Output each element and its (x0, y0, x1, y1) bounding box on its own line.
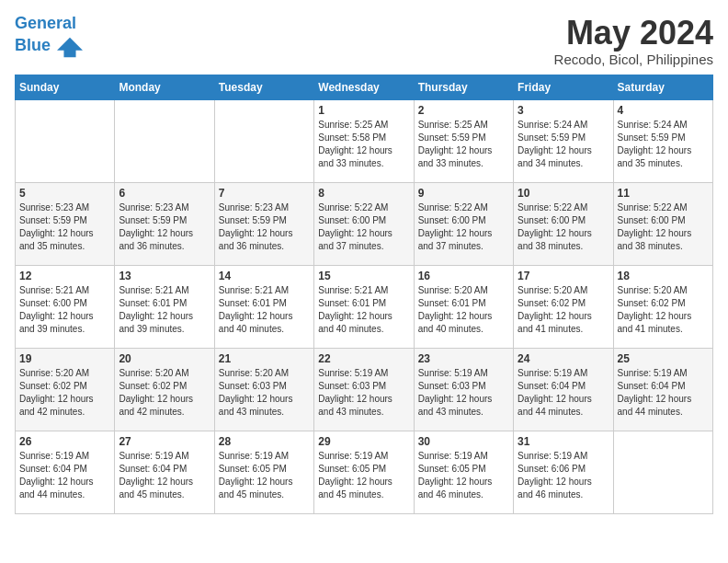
calendar-cell: 28Sunrise: 5:19 AM Sunset: 6:05 PM Dayli… (214, 431, 313, 513)
day-number: 24 (518, 352, 609, 365)
calendar-cell: 2Sunrise: 5:25 AM Sunset: 5:59 PM Daylig… (414, 99, 513, 182)
day-number: 11 (618, 187, 709, 200)
day-number: 18 (618, 270, 709, 282)
day-number: 19 (19, 352, 110, 365)
logo: General Blue (15, 15, 83, 59)
calendar-cell: 12Sunrise: 5:21 AM Sunset: 6:00 PM Dayli… (16, 265, 115, 348)
day-number: 15 (318, 270, 409, 282)
day-number: 31 (518, 435, 609, 448)
day-number: 23 (418, 352, 509, 365)
day-number: 7 (219, 187, 310, 200)
calendar-cell: 26Sunrise: 5:19 AM Sunset: 6:04 PM Dayli… (16, 431, 115, 513)
calendar-cell: 4Sunrise: 5:24 AM Sunset: 5:59 PM Daylig… (613, 99, 712, 182)
cell-content: Sunrise: 5:19 AM Sunset: 6:04 PM Dayligh… (518, 367, 609, 419)
svg-marker-0 (57, 37, 83, 56)
cell-content: Sunrise: 5:21 AM Sunset: 6:01 PM Dayligh… (318, 284, 409, 336)
calendar-cell (115, 99, 214, 182)
day-number: 9 (418, 187, 509, 200)
calendar-cell: 20Sunrise: 5:20 AM Sunset: 6:02 PM Dayli… (115, 348, 214, 431)
cell-content: Sunrise: 5:20 AM Sunset: 6:02 PM Dayligh… (119, 367, 210, 419)
calendar-cell: 25Sunrise: 5:19 AM Sunset: 6:04 PM Dayli… (613, 348, 712, 431)
page-header: General Blue May 2024 Recodo, Bicol, Phi… (15, 15, 713, 67)
cell-content: Sunrise: 5:19 AM Sunset: 6:04 PM Dayligh… (618, 367, 709, 419)
calendar-cell: 19Sunrise: 5:20 AM Sunset: 6:02 PM Dayli… (16, 348, 115, 431)
calendar-cell: 14Sunrise: 5:21 AM Sunset: 6:01 PM Dayli… (214, 265, 313, 348)
cell-content: Sunrise: 5:25 AM Sunset: 5:58 PM Dayligh… (318, 119, 409, 170)
calendar-cell: 1Sunrise: 5:25 AM Sunset: 5:58 PM Daylig… (314, 99, 414, 182)
calendar-cell (613, 431, 712, 513)
logo-text2: Blue (15, 33, 83, 59)
day-number: 1 (318, 104, 409, 117)
calendar-cell: 24Sunrise: 5:19 AM Sunset: 6:04 PM Dayli… (514, 348, 613, 431)
cell-content: Sunrise: 5:19 AM Sunset: 6:03 PM Dayligh… (418, 367, 509, 419)
cell-content: Sunrise: 5:20 AM Sunset: 6:02 PM Dayligh… (19, 367, 110, 419)
calendar-cell: 17Sunrise: 5:20 AM Sunset: 6:02 PM Dayli… (514, 265, 613, 348)
day-header-friday: Friday (514, 75, 613, 99)
calendar-header-row: SundayMondayTuesdayWednesdayThursdayFrid… (16, 75, 713, 99)
day-number: 27 (119, 435, 210, 448)
day-number: 5 (19, 187, 110, 200)
cell-content: Sunrise: 5:21 AM Sunset: 6:01 PM Dayligh… (219, 284, 310, 336)
calendar-week-row: 5Sunrise: 5:23 AM Sunset: 5:59 PM Daylig… (16, 182, 713, 265)
cell-content: Sunrise: 5:22 AM Sunset: 6:00 PM Dayligh… (518, 201, 609, 253)
calendar-cell: 16Sunrise: 5:20 AM Sunset: 6:01 PM Dayli… (414, 265, 513, 348)
calendar-week-row: 19Sunrise: 5:20 AM Sunset: 6:02 PM Dayli… (16, 348, 713, 431)
cell-content: Sunrise: 5:21 AM Sunset: 6:00 PM Dayligh… (19, 284, 110, 336)
day-number: 20 (119, 352, 210, 365)
day-header-sunday: Sunday (16, 75, 115, 99)
cell-content: Sunrise: 5:19 AM Sunset: 6:04 PM Dayligh… (119, 450, 210, 501)
day-header-monday: Monday (115, 75, 214, 99)
calendar-cell: 10Sunrise: 5:22 AM Sunset: 6:00 PM Dayli… (514, 182, 613, 265)
calendar-week-row: 1Sunrise: 5:25 AM Sunset: 5:58 PM Daylig… (16, 99, 713, 182)
calendar-cell: 3Sunrise: 5:24 AM Sunset: 5:59 PM Daylig… (514, 99, 613, 182)
day-number: 21 (219, 352, 310, 365)
cell-content: Sunrise: 5:19 AM Sunset: 6:05 PM Dayligh… (219, 450, 310, 501)
cell-content: Sunrise: 5:20 AM Sunset: 6:03 PM Dayligh… (219, 367, 310, 419)
calendar-cell: 30Sunrise: 5:19 AM Sunset: 6:05 PM Dayli… (414, 431, 513, 513)
day-number: 3 (518, 104, 609, 117)
calendar-body: 1Sunrise: 5:25 AM Sunset: 5:58 PM Daylig… (16, 99, 713, 513)
cell-content: Sunrise: 5:19 AM Sunset: 6:06 PM Dayligh… (518, 450, 609, 501)
cell-content: Sunrise: 5:19 AM Sunset: 6:05 PM Dayligh… (418, 450, 509, 501)
cell-content: Sunrise: 5:19 AM Sunset: 6:05 PM Dayligh… (318, 450, 409, 501)
day-number: 29 (318, 435, 409, 448)
calendar-cell: 22Sunrise: 5:19 AM Sunset: 6:03 PM Dayli… (314, 348, 414, 431)
calendar-cell: 21Sunrise: 5:20 AM Sunset: 6:03 PM Dayli… (214, 348, 313, 431)
calendar-cell: 15Sunrise: 5:21 AM Sunset: 6:01 PM Dayli… (314, 265, 414, 348)
cell-content: Sunrise: 5:19 AM Sunset: 6:03 PM Dayligh… (318, 367, 409, 419)
day-header-tuesday: Tuesday (214, 75, 313, 99)
day-number: 25 (618, 352, 709, 365)
cell-content: Sunrise: 5:24 AM Sunset: 5:59 PM Dayligh… (518, 119, 609, 170)
calendar-cell: 6Sunrise: 5:23 AM Sunset: 5:59 PM Daylig… (115, 182, 214, 265)
day-number: 4 (618, 104, 709, 117)
day-header-saturday: Saturday (613, 75, 712, 99)
calendar-cell: 13Sunrise: 5:21 AM Sunset: 6:01 PM Dayli… (115, 265, 214, 348)
cell-content: Sunrise: 5:22 AM Sunset: 6:00 PM Dayligh… (618, 201, 709, 253)
cell-content: Sunrise: 5:25 AM Sunset: 5:59 PM Dayligh… (418, 119, 509, 170)
calendar-cell: 18Sunrise: 5:20 AM Sunset: 6:02 PM Dayli… (613, 265, 712, 348)
cell-content: Sunrise: 5:22 AM Sunset: 6:00 PM Dayligh… (418, 201, 509, 253)
day-number: 30 (418, 435, 509, 448)
calendar-week-row: 26Sunrise: 5:19 AM Sunset: 6:04 PM Dayli… (16, 431, 713, 513)
cell-content: Sunrise: 5:20 AM Sunset: 6:02 PM Dayligh… (618, 284, 709, 336)
cell-content: Sunrise: 5:24 AM Sunset: 5:59 PM Dayligh… (618, 119, 709, 170)
calendar-cell: 7Sunrise: 5:23 AM Sunset: 5:59 PM Daylig… (214, 182, 313, 265)
logo-text: General (15, 15, 83, 33)
calendar-cell: 11Sunrise: 5:22 AM Sunset: 6:00 PM Dayli… (613, 182, 712, 265)
cell-content: Sunrise: 5:21 AM Sunset: 6:01 PM Dayligh… (119, 284, 210, 336)
day-number: 2 (418, 104, 509, 117)
cell-content: Sunrise: 5:23 AM Sunset: 5:59 PM Dayligh… (219, 201, 310, 253)
day-number: 10 (518, 187, 609, 200)
calendar-cell: 27Sunrise: 5:19 AM Sunset: 6:04 PM Dayli… (115, 431, 214, 513)
calendar-cell: 23Sunrise: 5:19 AM Sunset: 6:03 PM Dayli… (414, 348, 513, 431)
day-number: 6 (119, 187, 210, 200)
calendar-cell: 29Sunrise: 5:19 AM Sunset: 6:05 PM Dayli… (314, 431, 414, 513)
day-number: 13 (119, 270, 210, 282)
calendar-cell: 5Sunrise: 5:23 AM Sunset: 5:59 PM Daylig… (16, 182, 115, 265)
day-number: 28 (219, 435, 310, 448)
location-subtitle: Recodo, Bicol, Philippines (554, 52, 713, 67)
calendar-cell: 8Sunrise: 5:22 AM Sunset: 6:00 PM Daylig… (314, 182, 414, 265)
day-number: 12 (19, 270, 110, 282)
calendar-cell: 9Sunrise: 5:22 AM Sunset: 6:00 PM Daylig… (414, 182, 513, 265)
calendar-cell (16, 99, 115, 182)
